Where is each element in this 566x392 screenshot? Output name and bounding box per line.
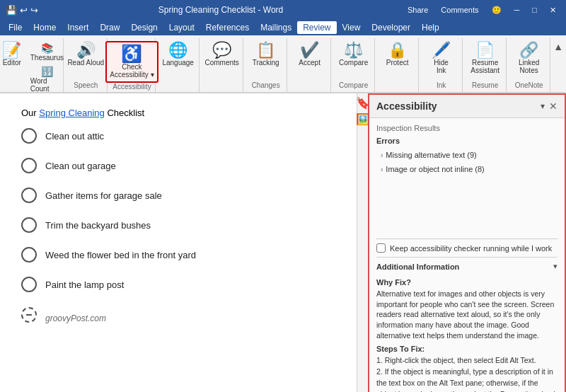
additional-info-label: Additional Information	[376, 263, 459, 271]
item-text-4: Trim the backyard bushes	[45, 220, 151, 231]
editor-button[interactable]: 📝 Editor	[0, 41, 25, 68]
resume-label: Resume	[472, 81, 498, 92]
menu-mailings[interactable]: Mailings	[255, 21, 297, 34]
error-item-2[interactable]: › Image or object not inline (8)	[376, 162, 558, 176]
menu-developer[interactable]: Developer	[366, 21, 416, 34]
check-circle-5[interactable]	[21, 247, 37, 263]
keep-running-checkbox[interactable]	[376, 243, 386, 253]
word-count-icon: 🔢	[41, 66, 53, 77]
accept-icon: ✔️	[300, 42, 319, 58]
ribbon-group-resume: 📄 ResumeAssistant Resume	[464, 38, 507, 92]
window-close[interactable]: ✕	[545, 4, 560, 16]
window-minimize[interactable]: ─	[510, 4, 524, 16]
menu-layout[interactable]: Layout	[163, 21, 200, 34]
panel-title: Accessibility	[376, 100, 437, 112]
title-bar-left: 💾 ↩ ↪	[6, 5, 38, 16]
quick-access-redo[interactable]: ↪	[30, 5, 38, 16]
window-restore[interactable]: □	[528, 4, 541, 16]
menu-draw[interactable]: Draw	[94, 21, 125, 34]
check-circle-3[interactable]	[21, 188, 37, 203]
onenote-label: OneNote	[515, 81, 543, 92]
panel-dropdown-icon[interactable]: ▾	[541, 101, 545, 111]
list-item: Clean out garage	[21, 158, 335, 173]
menu-help[interactable]: Help	[416, 21, 445, 34]
ribbon-group-comments: 💬 Comments	[201, 38, 243, 92]
ribbon: 📝 Editor 📚 Thesaurus 🔢 Word Count Proofi…	[0, 35, 566, 93]
check-circle-2[interactable]	[21, 158, 37, 173]
linked-notes-icon: 🔗	[519, 42, 538, 58]
ribbon-group-onenote: 🔗 LinkedNotes OneNote	[508, 38, 550, 92]
menu-insert[interactable]: Insert	[62, 21, 94, 34]
compare-button[interactable]: ⚖️ Compare	[336, 41, 371, 68]
onenote-items: 🔗 LinkedNotes	[516, 38, 542, 81]
check-circle-1[interactable]	[21, 128, 37, 144]
panel-header-controls: ▾ ✕	[541, 100, 558, 112]
ribbon-group-compare: ⚖️ Compare Compare	[333, 38, 375, 92]
menu-design[interactable]: Design	[125, 21, 163, 34]
panel-header: Accessibility ▾ ✕	[369, 95, 565, 118]
collapse-ribbon-button[interactable]: ▲	[553, 41, 563, 52]
check-accessibility-button[interactable]: ♿ CheckAccessibility ▾	[105, 41, 158, 83]
accept-button[interactable]: ✔️ Accept	[296, 41, 323, 68]
tracking-items: 📋 Tracking	[250, 38, 282, 81]
ink-label: Ink	[437, 81, 446, 92]
linked-notes-button[interactable]: 🔗 LinkedNotes	[516, 41, 542, 76]
check-circle-6[interactable]	[21, 277, 37, 292]
accessibility-label: Accessibility	[112, 83, 151, 93]
error-item-1[interactable]: › Missing alternative text (9)	[376, 148, 558, 162]
language-button[interactable]: 🌐 Language	[159, 41, 197, 68]
protect-button[interactable]: 🔒 Protect	[383, 41, 412, 68]
quick-access-save[interactable]: 💾	[6, 5, 17, 16]
item-text-6: Paint the lamp post	[45, 279, 124, 290]
ink-items: 🖊️ HideInk	[429, 38, 454, 81]
thesaurus-button[interactable]: 📚 Thesaurus	[28, 41, 67, 63]
ribbon-group-accessibility: ♿ CheckAccessibility ▾ Accessibility	[109, 38, 156, 92]
comments-ribbon-button[interactable]: 💬 Comments	[202, 41, 241, 68]
ribbon-group-ink: 🖊️ HideInk Ink	[420, 38, 463, 92]
accessibility-panel: Accessibility ▾ ✕ Inspection Results Err…	[368, 93, 566, 392]
additional-info-chevron: ▾	[553, 262, 558, 271]
proofing-items: 📝 Editor 📚 Thesaurus 🔢 Word Count	[0, 38, 67, 94]
minimize-button[interactable]: 🙂	[487, 4, 506, 16]
ribbon-group-proofing: 📝 Editor 📚 Thesaurus 🔢 Word Count Proofi…	[3, 38, 64, 92]
speech-label: Speech	[74, 81, 98, 92]
menu-file[interactable]: File	[3, 21, 28, 34]
main-content: Our Spring Cleaning Checklist Clean out …	[0, 93, 566, 392]
tracking-icon: 📋	[256, 42, 275, 58]
menu-bar: File Home Insert Draw Design Layout Refe…	[0, 20, 566, 35]
list-item: Paint the lamp post	[21, 277, 335, 292]
title-bar: 💾 ↩ ↪ Spring Cleaning Checklist - Word S…	[0, 0, 566, 20]
protect-items: 🔒 Protect	[383, 38, 412, 89]
menu-review[interactable]: Review	[297, 21, 336, 34]
error-text-2: Image or object not inline (8)	[386, 165, 484, 173]
tracking-label: Changes	[252, 81, 280, 92]
item-text-3: Gather items for garage sale	[45, 190, 162, 201]
share-button[interactable]: Share	[403, 4, 432, 16]
steps-to-fix-text: 1. Right-click the object, then select E…	[376, 355, 558, 392]
accessibility-icon: ♿	[121, 45, 142, 62]
comments-icon: 💬	[212, 42, 231, 58]
keep-running-section: Keep accessibility checker running while…	[376, 238, 558, 257]
menu-home[interactable]: Home	[28, 21, 62, 34]
word-count-button[interactable]: 🔢 Word Count	[28, 64, 67, 94]
quick-access-undo[interactable]: ↩	[20, 5, 28, 16]
read-aloud-button[interactable]: 🔊 Read Aloud	[64, 41, 107, 68]
additional-info-section[interactable]: Additional Information ▾	[376, 257, 558, 275]
check-circle-7[interactable]	[21, 307, 37, 323]
language-items: 🌐 Language	[159, 38, 197, 89]
panel-close-button[interactable]: ✕	[549, 100, 558, 112]
keep-running-label: Keep accessibility checker running while…	[390, 244, 552, 253]
panel-body: Inspection Results Errors › Missing alte…	[369, 118, 565, 392]
ink-icon: 🖊️	[432, 42, 451, 58]
speech-items: 🔊 Read Aloud	[64, 38, 107, 81]
menu-view[interactable]: View	[337, 21, 366, 34]
check-circle-4[interactable]	[21, 217, 37, 233]
accept-items: ✔️ Accept	[296, 38, 323, 89]
comments-button[interactable]: Comments	[437, 4, 483, 16]
menu-references[interactable]: References	[200, 21, 255, 34]
right-sidebar: 🔖 🖼️	[357, 93, 368, 392]
item-text-1: Clean out attic	[45, 131, 104, 142]
resume-assistant-button[interactable]: 📄 ResumeAssistant	[468, 41, 502, 76]
hide-ink-button[interactable]: 🖊️ HideInk	[429, 41, 454, 76]
tracking-button[interactable]: 📋 Tracking	[250, 41, 282, 68]
